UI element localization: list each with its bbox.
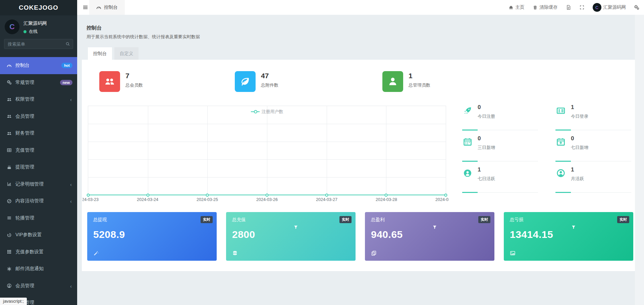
page-title: 控制台 xyxy=(87,25,102,31)
new-badge: new xyxy=(60,80,72,85)
users-icon xyxy=(7,131,12,136)
search-icon xyxy=(65,42,70,46)
card-value: 2800 xyxy=(232,229,255,240)
sidebar-item-member[interactable]: 会员管理 xyxy=(0,108,77,125)
sidebar-item-carousel[interactable]: 轮播管理 xyxy=(0,210,77,227)
avatar: C xyxy=(593,3,601,12)
card-value: 5208.9 xyxy=(93,229,125,240)
card-value: 940.65 xyxy=(371,229,403,240)
home-button[interactable]: 主页 xyxy=(508,4,525,10)
id-card-icon xyxy=(556,106,566,115)
x-axis-tick-label: 2024-03-27 xyxy=(316,197,337,202)
sidebar-item-withdraw[interactable]: 提现管理 xyxy=(0,159,77,176)
chart-legend[interactable]: 注册用户数 xyxy=(88,109,446,115)
table-icon xyxy=(7,148,12,153)
sidebar-item-content[interactable]: 内容活动管理 ‹ xyxy=(0,193,77,210)
leaf-icon xyxy=(240,76,251,87)
chart-gridline xyxy=(88,124,446,124)
chevron-left-icon: ‹ xyxy=(70,199,72,204)
chart-data-marker xyxy=(325,194,328,197)
main-content: 控制台 用于展示当前系统中的统计数据、统计报表及重要实时数据 控制台 自定义 7… xyxy=(77,15,644,305)
filter-funnel-icon[interactable] xyxy=(571,225,576,230)
sidebar-item-records[interactable]: 记录明细管理 ‹ xyxy=(0,176,77,193)
user-name: 汇聚源码网 xyxy=(23,20,47,27)
asterisk-icon xyxy=(7,266,12,271)
nav-tab-dashboard[interactable]: 控制台 xyxy=(89,0,125,15)
filter-funnel-icon[interactable] xyxy=(293,225,298,230)
chart-data-marker xyxy=(146,194,149,197)
status-tooltip: javascript:; xyxy=(0,298,27,305)
sidebar-item-finance[interactable]: 财务管理 xyxy=(0,125,77,142)
sidebar-item-member-2[interactable]: 会员管理 ‹ xyxy=(0,277,77,295)
chart-gridline xyxy=(386,106,386,195)
quick-stat-7day-active: 1 七日活跃 xyxy=(462,164,538,193)
dashboard-panel: 7 总会员数 47 总附件数 1 总管理员数 注册用户数 2024-03-232… xyxy=(82,60,635,271)
x-axis-tick-label: 2024-03-25 xyxy=(197,197,218,202)
sidebar: COKEJOGO C 汇聚源码网 在线 控制台 hot 常规管理 new 权限管… xyxy=(0,0,77,305)
chart-gridline xyxy=(148,106,148,195)
total-admins-tile xyxy=(382,71,403,92)
database-icon xyxy=(232,250,238,256)
x-axis-tick-label: 2024-03-28 xyxy=(376,197,397,202)
trash-icon xyxy=(533,5,538,10)
sidebar-search xyxy=(4,39,73,49)
sidebar-item-auth[interactable]: 权限管理 ‹ xyxy=(0,91,77,108)
fullscreen-icon[interactable] xyxy=(579,5,585,10)
home-icon xyxy=(508,5,514,10)
chart-ticks: 2024-03-232024-03-242024-03-252024-03-26… xyxy=(88,197,446,203)
chart-gridline xyxy=(88,177,446,177)
sidebar-item-vip-params[interactable]: VIP参数设置 xyxy=(0,226,77,244)
cake-icon xyxy=(7,165,12,170)
chart-data-marker xyxy=(444,194,447,197)
quick-stat-month-active: 1 月活跃 xyxy=(555,164,631,193)
document-icon[interactable] xyxy=(566,5,571,10)
user-solid-icon xyxy=(463,168,472,178)
realtime-badge: 实时 xyxy=(201,216,213,223)
users-icon xyxy=(7,97,12,102)
chart-gridline xyxy=(207,106,208,195)
sidebar-item-mail-notice[interactable]: 邮件消息通知 xyxy=(0,260,77,277)
bar-chart-icon xyxy=(7,182,12,187)
search-input[interactable] xyxy=(4,39,73,49)
realtime-badge: 实时 xyxy=(478,216,490,223)
quick-stat-3day-new: 0 三日新增 xyxy=(462,133,538,161)
stat-value: 7 xyxy=(125,72,129,80)
user-outline-icon xyxy=(556,168,566,178)
hot-badge: hot xyxy=(61,63,72,68)
bars-icon xyxy=(7,215,12,220)
disc-icon xyxy=(7,199,12,204)
clear-cache-button[interactable]: 清除缓存 xyxy=(533,4,558,10)
sidebar-item-dashboard[interactable]: 控制台 hot xyxy=(0,57,77,74)
page-subtitle: 用于展示当前系统中的统计数据、统计报表及重要实时数据 xyxy=(87,34,200,40)
tab-custom[interactable]: 自定义 xyxy=(114,47,139,60)
tab-dashboard[interactable]: 控制台 xyxy=(88,47,112,60)
chevron-left-icon: ‹ xyxy=(70,97,72,102)
cogs-icon xyxy=(7,80,12,85)
quick-stat-today-register: 0 今日注册 xyxy=(462,101,538,130)
settings-cogs-icon[interactable] xyxy=(634,5,639,10)
chart-data-marker xyxy=(87,194,90,197)
scroll-gutter xyxy=(635,15,644,305)
chart-plot[interactable]: 注册用户数 xyxy=(88,106,446,195)
card-value: 13414.15 xyxy=(510,229,553,240)
dashboard-icon xyxy=(7,63,12,68)
avatar[interactable]: C xyxy=(5,19,19,34)
hamburger-icon[interactable] xyxy=(83,5,88,10)
sidebar-item-recharge[interactable]: 充值管理 xyxy=(0,142,77,159)
filter-funnel-icon[interactable] xyxy=(432,225,437,230)
chart-gridline xyxy=(327,106,327,195)
top-navbar: 控制台 主页 清除缓存 C 汇聚源码网 xyxy=(77,0,644,15)
chart-gridline xyxy=(88,142,446,142)
user-status: 在线 xyxy=(23,29,47,35)
x-axis-tick-label: 2024-03-24 xyxy=(137,197,158,202)
chart-gridline xyxy=(88,159,446,160)
legend-marker-icon xyxy=(251,111,260,112)
calendar-plus-icon xyxy=(556,137,566,147)
panel-tabs: 控制台 自定义 xyxy=(88,47,139,60)
chart-data-marker xyxy=(266,194,269,197)
user-menu[interactable]: C 汇聚源码网 xyxy=(593,3,626,12)
sidebar-menu: 控制台 hot 常规管理 new 权限管理 ‹ 会员管理 财务管理 充值管理 提… xyxy=(0,57,77,305)
copy-icon xyxy=(371,250,377,256)
sidebar-item-general[interactable]: 常规管理 new xyxy=(0,74,77,91)
sidebar-item-recharge-params[interactable]: 充值参数设置 xyxy=(0,244,77,261)
